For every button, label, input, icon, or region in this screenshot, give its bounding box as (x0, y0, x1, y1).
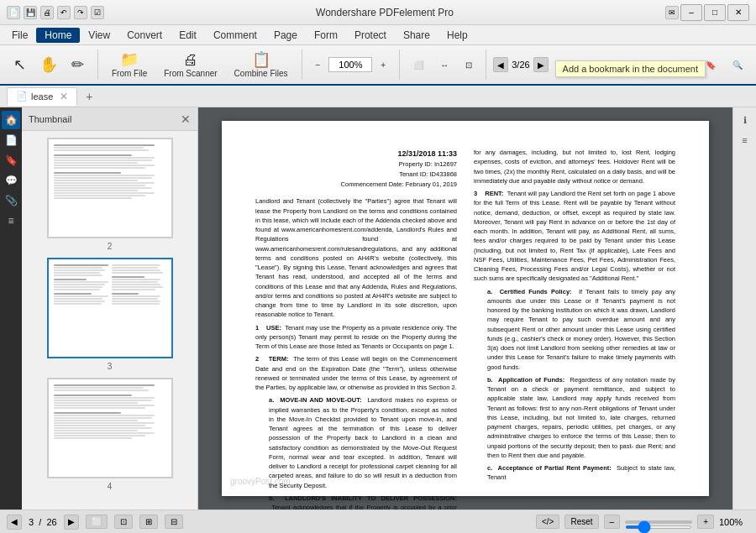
menu-view[interactable]: View (80, 28, 118, 43)
doc-section2b: b. LANDLORD'S INABILITY TO DELIVER POSSE… (269, 494, 457, 509)
check-icon-btn[interactable]: ☑ (91, 6, 104, 19)
title-bar-controls: ✉ – □ ✕ (665, 4, 749, 21)
draw-icon: ✏ (71, 57, 84, 72)
thumbnail-title: Thumbnail (29, 114, 71, 124)
from-scanner-btn[interactable]: 🖨 From Scanner (157, 49, 223, 81)
menu-convert[interactable]: Convert (118, 28, 171, 43)
save-icon-btn[interactable]: 💾 (24, 6, 37, 19)
sidebar-home-icon[interactable]: 🏠 (2, 111, 20, 129)
zoom-in-icon: + (381, 60, 386, 70)
mail-icon[interactable]: ✉ (665, 6, 679, 19)
actual-size-btn[interactable]: ⊡ (459, 57, 479, 73)
status-zoom-out-btn[interactable]: – (604, 515, 621, 529)
sidebar-layers-icon[interactable]: ≡ (2, 212, 20, 230)
menu-help[interactable]: Help (438, 28, 476, 43)
zoom-out-icon: − (316, 60, 321, 70)
sidebar-comment-icon[interactable]: 💬 (2, 171, 20, 190)
doc-right-intro: for any damages, including, but not limi… (474, 148, 675, 186)
menu-page[interactable]: Page (265, 28, 306, 43)
status-code-btn[interactable]: </> (536, 515, 559, 529)
doc-tab-icon: 📄 (16, 91, 28, 102)
bookmark-icon: 🔖 (706, 60, 716, 70)
bookmark-btn[interactable]: 🔖 Add a bookmark in the document (699, 57, 722, 73)
thumbnail-page-4[interactable]: 4 (29, 378, 191, 491)
menu-home[interactable]: Home (36, 28, 80, 43)
zoom-range-input[interactable] (625, 525, 692, 529)
doc-scroll-area[interactable]: 12/31/2018 11:33 Property ID: In12697 Te… (198, 107, 732, 509)
thumb-page-4-num: 4 (108, 482, 113, 491)
redo-icon-btn[interactable]: ↷ (74, 6, 87, 19)
doc-section3: 3 RENT: Tenant will pay Landlord the Ren… (474, 189, 675, 284)
status-grid4-btn[interactable]: ⊟ (165, 515, 183, 529)
tab-close-icon[interactable]: ✕ (60, 91, 68, 102)
menu-comment[interactable]: Comment (205, 28, 265, 43)
add-tab-btn[interactable]: + (79, 88, 99, 105)
sidebar-attach-icon[interactable]: 📎 (2, 191, 20, 210)
zoom-input[interactable] (328, 57, 372, 72)
thumb-page-2-img (47, 138, 173, 238)
actual-size-icon: ⊡ (465, 60, 472, 70)
status-left: ◀ 3 / 26 ▶ ⬜ ⊡ ⊞ ⊟ (7, 515, 183, 530)
combine-icon: 📋 (252, 52, 270, 67)
select-tool-btn[interactable]: ↖ (7, 54, 33, 76)
right-properties-icon[interactable]: ℹ (736, 111, 754, 129)
combine-files-btn[interactable]: 📋 Combine Files (228, 49, 295, 81)
status-reset-btn[interactable]: Reset (564, 515, 598, 529)
search-btn[interactable]: 🔍 (726, 57, 749, 73)
fit-width-btn[interactable]: ↔ (433, 57, 455, 73)
maximize-button[interactable]: □ (704, 4, 726, 21)
doc-tab-lease[interactable]: 📄 lease ✕ (7, 87, 77, 106)
thumbnail-close-btn[interactable]: ✕ (181, 112, 191, 126)
menu-file[interactable]: File (3, 28, 36, 43)
from-file-btn[interactable]: 📁 From File (105, 49, 154, 81)
title-bar-left: 📄 💾 🖨 ↶ ↷ ☑ (7, 6, 104, 19)
status-fit-width-btn[interactable]: ⊡ (114, 515, 133, 529)
thumbnail-page-2[interactable]: 2 (29, 138, 191, 251)
main-area: 🏠 📄 🔖 💬 📎 ≡ Thumbnail ✕ (0, 107, 756, 509)
folder-icon: 📁 (120, 52, 139, 67)
watermark: groovyPost.com (230, 476, 291, 488)
menu-edit[interactable]: Edit (171, 28, 205, 43)
menu-share[interactable]: Share (395, 28, 438, 43)
status-zoom-level: 100% (719, 517, 749, 527)
fit-page-icon: ⬜ (413, 60, 423, 70)
draw-tool-btn[interactable]: ✏ (65, 54, 91, 76)
select-icon: ↖ (13, 57, 26, 72)
separator-2 (302, 50, 302, 80)
title-bar: 📄 💾 🖨 ↶ ↷ ☑ Wondershare PDFelement Pro ✉… (0, 0, 756, 25)
status-fit-page-btn[interactable]: ⬜ (86, 515, 108, 529)
status-right: </> Reset – + 100% (536, 515, 749, 529)
menu-form[interactable]: Form (306, 28, 346, 43)
doc-page: 12/31/2018 11:33 Property ID: In12697 Te… (222, 121, 709, 496)
minimize-button[interactable]: – (680, 4, 702, 21)
zoom-out-btn[interactable]: − (309, 57, 328, 73)
menu-protect[interactable]: Protect (346, 28, 395, 43)
pan-tool-btn[interactable]: ✋ (33, 54, 65, 76)
status-prev-page-btn[interactable]: ◀ (7, 515, 22, 530)
thumb-page-4-img (47, 378, 173, 478)
prev-page-btn[interactable]: ◀ (493, 57, 508, 72)
next-page-btn[interactable]: ▶ (533, 57, 549, 72)
print-icon-btn[interactable]: 🖨 (40, 6, 54, 19)
status-next-page-btn[interactable]: ▶ (64, 515, 79, 530)
right-layer-icon[interactable]: ≡ (736, 131, 754, 149)
thumbnail-page-3[interactable]: 3 (29, 258, 191, 371)
right-panel: ℹ ≡ (732, 107, 756, 509)
sidebar-bookmark-icon[interactable]: 🔖 (2, 151, 20, 170)
fit-page-btn[interactable]: ⬜ (407, 57, 430, 73)
separator-4 (486, 50, 486, 80)
menu-bar: File Home View Convert Edit Comment Page… (0, 25, 756, 45)
zoom-in-btn[interactable]: + (374, 57, 392, 73)
separator-3 (399, 50, 400, 80)
close-button[interactable]: ✕ (727, 4, 749, 21)
zoom-slider[interactable] (625, 520, 692, 524)
toolbar: ↖ ✋ ✏ 📁 From File 🖨 From Scanner 📋 Combi… (0, 45, 756, 86)
sidebar-pages-icon[interactable]: 📄 (2, 131, 20, 149)
undo-icon-btn[interactable]: ↶ (57, 6, 71, 19)
thumbnail-list: 2 (22, 131, 197, 509)
thumb-page-2-num: 2 (108, 242, 113, 251)
doc-section3a: a. Certified Funds Policy: If Tenant fai… (487, 287, 675, 372)
zoom-area: − + (309, 57, 393, 73)
status-zoom-in-btn[interactable]: + (697, 515, 714, 529)
status-grid2-btn[interactable]: ⊞ (139, 515, 158, 529)
